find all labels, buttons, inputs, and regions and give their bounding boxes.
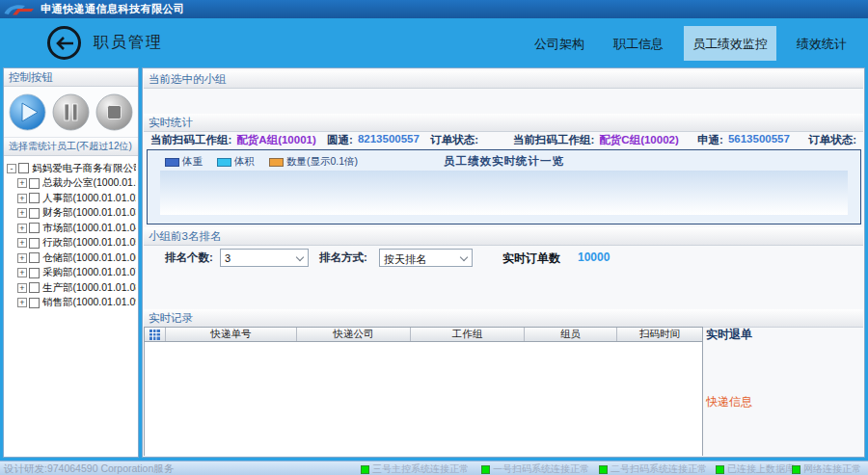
expand-icon[interactable]: + [17,194,27,203]
pause-button[interactable] [52,93,90,131]
courier-label: 申通: [697,133,723,147]
col-scan-time[interactable]: 扫码时间 [617,328,702,341]
statusbar-credit: 设计研发:974064590 Corporation服务 [4,462,174,475]
expand-icon[interactable]: + [17,238,27,248]
tree-item-label[interactable]: 销售部(1000.01.01.09) [42,296,136,309]
tree-children: + 总裁办公室(1000.01.01.01) + 人事部(1000.01.01.… [7,176,136,311]
courier-info-label: 快递信息 [706,394,752,410]
checkbox[interactable] [29,268,40,278]
checkbox[interactable] [18,163,29,173]
checkbox[interactable] [29,298,40,308]
col-member[interactable]: 组员 [525,328,617,341]
tree-item-dept[interactable]: + 财务部(1000.01.01.03) [7,206,136,222]
legend-label: 体积 [234,155,255,169]
tree-item-dept[interactable]: + 销售部(1000.01.01.09) [7,296,136,311]
status-green-icon [361,465,369,474]
tree-item-label[interactable]: 市场部(1000.01.01.04) [42,222,136,235]
realtime-stats-header: 实时统计 [144,114,863,132]
rank-mode-label: 排名方式: [319,251,367,265]
status-bar: 设计研发:974064590 Corporation服务 三号主控系统连接正常 … [0,461,868,475]
tree-item-label[interactable]: 生产部(1000.01.01.08) [42,281,136,295]
courier-value: 5613500557 [728,133,790,147]
window-title: 申通快递通信息科技有限公司 [41,2,185,16]
indicator-label: 网络连接正常 [803,462,861,475]
tree-item-label[interactable]: 采购部(1000.01.01.07) [42,266,136,279]
realtime-orders-label: 实时订单数 [502,251,560,267]
rank-count-label: 排名个数: [165,251,213,265]
checkbox[interactable] [29,208,40,219]
main-panel: 当前选中的小组 实时统计 当前扫码工作组: 配货A组(10001) 圆通: 82… [142,67,865,458]
order-status-label: 订单状态: [808,133,856,147]
work-group-label: 当前扫码工作组: [150,133,231,147]
checkbox[interactable] [29,193,40,203]
work-group-value: 配货A组(10001) [236,133,315,147]
tree-item-label[interactable]: 人事部(1000.01.01.02) [42,192,136,205]
tree-item-dept[interactable]: + 行政部(1000.01.01.05) [7,236,136,251]
indicator-label: 一号扫码系统连接正常 [493,462,589,475]
col-work-group[interactable]: 工作组 [411,328,525,341]
indicator-database: 已连接上数据库 [716,462,795,475]
tree-item-label[interactable]: 行政部(1000.01.01.05) [42,236,136,250]
expand-icon[interactable]: + [17,268,27,277]
legend-swatch [217,158,231,167]
tree-item-dept[interactable]: + 总裁办公室(1000.01.01.01) [7,176,136,192]
collapse-icon[interactable]: - [7,164,16,173]
col-courier-company[interactable]: 快递公司 [297,328,411,341]
tab-performance-monitor[interactable]: 员工绩效监控 [684,26,776,61]
expand-icon[interactable]: + [17,253,27,263]
tab-performance-stats[interactable]: 绩效统计 [788,26,855,61]
tab-company-structure[interactable]: 公司架构 [526,26,593,61]
checkbox[interactable] [29,252,40,263]
rank-mode-select[interactable]: 按天排名 [379,249,473,267]
legend-label: 数量(显示0.1倍) [286,155,358,169]
control-buttons [4,87,138,138]
tree-root-label[interactable]: 妈妈爱电子商务有限公司 [32,162,136,175]
expand-icon[interactable]: + [17,283,27,293]
grid-icon[interactable] [145,328,166,341]
app-window: 申通快递通信息科技有限公司 职员管理 公司架构 职工信息 员工绩效监控 绩效统计… [0,0,868,475]
top-nav: 公司架构 职工信息 员工绩效监控 绩效统计 [526,26,855,61]
tree-item-dept[interactable]: + 人事部(1000.01.01.02) [7,191,136,206]
indicator-label: 三号主控系统连接正常 [372,462,469,475]
play-button[interactable] [9,93,46,131]
records-table-body [145,342,702,456]
chart-legend: 体重 体积 数量(显示0.1倍) [165,155,358,169]
rank-count-value: 3 [225,252,231,264]
tree-item-dept[interactable]: + 生产部(1000.01.01.08) [7,280,136,296]
expand-icon[interactable]: + [17,178,27,188]
work-group-label: 当前扫码工作组: [513,133,594,147]
checkbox[interactable] [29,178,40,189]
sidebar: 控制按钮 选择需统计员工(不超过12位) - 妈妈爱电子商务有限公司 [3,67,139,458]
realtime-returns-label: 实时退单 [706,327,752,343]
tree-item-label[interactable]: 总裁办公室(1000.01.01.01) [42,176,136,190]
checkbox[interactable] [29,238,40,249]
tree-root[interactable]: - 妈妈爱电子商务有限公司 [7,161,136,176]
expand-icon[interactable]: + [17,298,27,307]
app-logo-icon [3,3,36,16]
ranking-header: 小组前3名排名 [144,227,863,246]
col-tracking-number[interactable]: 快递单号 [166,328,297,341]
stop-button[interactable] [95,93,133,131]
expand-icon[interactable]: + [17,208,27,218]
checkbox[interactable] [29,282,40,293]
department-tree: - 妈妈爱电子商务有限公司 + 总裁办公室(1000.01.01.01) + 人… [4,156,138,457]
records-table: 快递单号 快递公司 工作组 组员 扫码时间 [144,327,703,456]
realtime-orders-value: 10000 [578,251,610,264]
tree-item-label[interactable]: 财务部(1000.01.01.03) [42,206,136,220]
tree-item-dept[interactable]: + 采购部(1000.01.01.07) [7,266,136,281]
work-group-value: 配货C组(10002) [599,133,678,147]
tree-item-label[interactable]: 仓储部(1000.01.01.06) [42,251,136,265]
expand-icon[interactable]: + [17,224,27,233]
indicator-label: 已连接上数据库 [727,462,795,475]
indicator-scan-system-1: 一号扫码系统连接正常 [481,462,589,475]
tree-item-dept[interactable]: + 仓储部(1000.01.01.06) [7,251,136,266]
checkbox[interactable] [29,223,40,233]
tree-item-dept[interactable]: + 市场部(1000.01.01.04) [7,221,136,236]
status-green-icon [481,465,490,474]
tab-staff-info[interactable]: 职工信息 [605,26,672,61]
status-green-icon [792,465,800,474]
back-button[interactable] [47,26,81,60]
page-header: 职员管理 公司架构 职工信息 员工绩效监控 绩效统计 [0,18,868,67]
rank-count-select[interactable]: 3 [220,249,309,267]
performance-chart: 员工绩效实时统计一览 体重 体积 数量(显示0.1倍) [147,149,861,224]
